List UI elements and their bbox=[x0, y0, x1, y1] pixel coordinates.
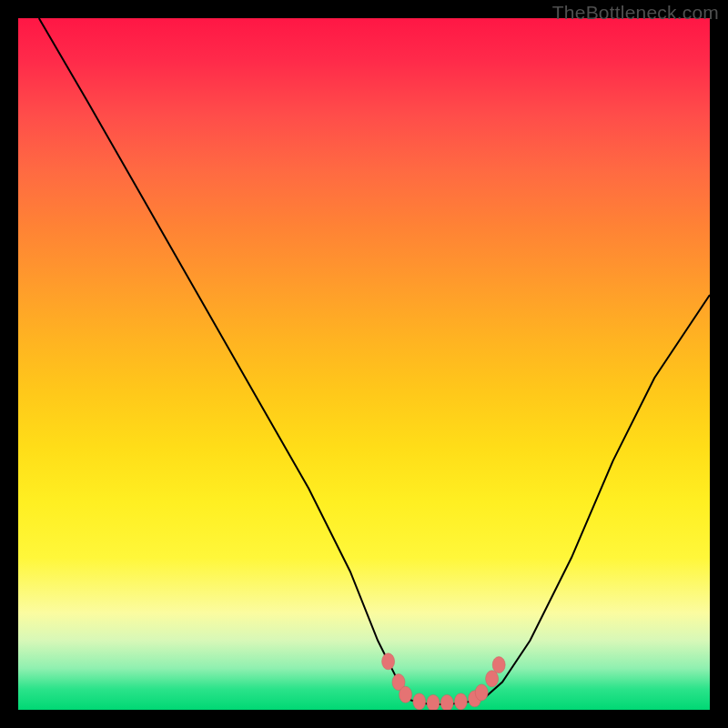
watermark-label: TheBottleneck.com bbox=[552, 2, 719, 24]
bottleneck-curve bbox=[39, 18, 710, 704]
marker-point bbox=[382, 653, 395, 670]
curve-group bbox=[39, 18, 710, 704]
marker-point bbox=[399, 686, 412, 703]
plot-area bbox=[18, 18, 710, 710]
marker-point bbox=[427, 694, 440, 710]
chart-frame: TheBottleneck.com bbox=[0, 0, 728, 728]
marker-point bbox=[492, 657, 505, 673]
marker-point bbox=[486, 671, 499, 687]
marker-point bbox=[440, 694, 453, 710]
marker-point bbox=[454, 693, 467, 710]
marker-point bbox=[413, 693, 426, 710]
chart-svg bbox=[18, 18, 710, 710]
marker-group bbox=[382, 653, 506, 710]
marker-point bbox=[475, 684, 488, 701]
